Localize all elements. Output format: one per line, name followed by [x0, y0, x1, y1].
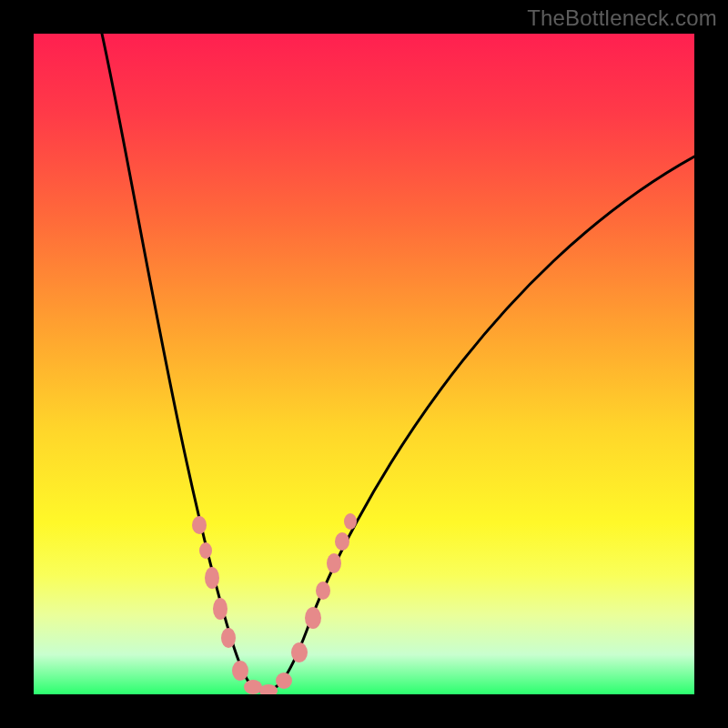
data-marker	[291, 642, 308, 662]
data-marker	[305, 607, 321, 629]
data-marker	[276, 672, 292, 689]
data-marker	[232, 661, 248, 681]
data-marker	[192, 516, 207, 534]
data-marker	[244, 680, 262, 694]
data-marker	[199, 542, 212, 559]
chart-frame: TheBottleneck.com	[0, 0, 728, 728]
data-marker	[259, 684, 278, 694]
data-markers	[192, 513, 357, 694]
data-marker	[327, 553, 341, 573]
data-marker	[213, 598, 228, 620]
data-marker	[344, 513, 357, 530]
bottleneck-curve	[102, 34, 694, 692]
data-marker	[221, 628, 236, 648]
data-marker	[335, 532, 349, 551]
data-marker	[205, 567, 219, 589]
plot-svg	[34, 34, 694, 694]
plot-area	[34, 34, 694, 694]
data-marker	[316, 581, 330, 600]
watermark-text: TheBottleneck.com	[527, 5, 717, 31]
